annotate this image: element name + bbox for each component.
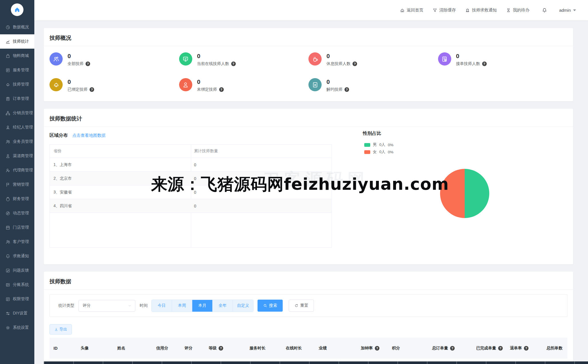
sidebar-item-9[interactable]: 渠道商管理 — [0, 149, 34, 163]
column-label: 姓名 — [117, 346, 125, 351]
stat-label: 已绑定技师 — [68, 87, 88, 92]
table-column-12: 已完成单量? — [476, 346, 503, 351]
topbar-link-1[interactable]: 清除缓存 — [433, 7, 456, 13]
table-column-2: 姓名 — [117, 346, 125, 351]
stat-label: 接单技师人数 — [456, 61, 480, 66]
time-option-1[interactable]: 本周 — [172, 300, 192, 312]
search-icon — [263, 304, 267, 308]
export-button-label: 导出 — [60, 327, 67, 332]
region-col-province: 省份 — [50, 149, 191, 154]
help-icon[interactable]: ? — [375, 346, 379, 351]
notification-bell-icon[interactable] — [542, 8, 547, 13]
help-icon[interactable]: ? — [90, 87, 94, 92]
help-icon[interactable]: ? — [353, 62, 357, 66]
topbar-link-3[interactable]: 我的待办 — [506, 7, 529, 13]
table-column-13: 退单率? — [510, 346, 528, 351]
sidebar-item-label: 问题反馈 — [13, 268, 29, 273]
overview-card: 技师概况 0全部技师?0当前在线技师人数?0休息技师人数?0接单技师人数?0已绑… — [44, 28, 573, 101]
topbar-link-2[interactable]: 技师求救通知 — [465, 7, 497, 13]
export-button[interactable]: 导出 — [50, 324, 72, 335]
help-icon[interactable]: ? — [482, 62, 487, 66]
sidebar-item-label: 客户管理 — [13, 239, 29, 244]
team-icon — [50, 52, 63, 66]
sidebar-item-20[interactable]: DIY设置 — [0, 306, 34, 321]
sidebar-item-15[interactable]: 客户管理 — [0, 235, 34, 249]
app-logo[interactable] — [11, 3, 23, 16]
sidebar-item-3[interactable]: 服务管理 — [0, 63, 34, 77]
sidebar-item-11[interactable]: 营销管理 — [0, 177, 34, 192]
column-label: 退单率 — [510, 346, 522, 351]
sidebar-item-17[interactable]: 问题反馈 — [0, 263, 34, 278]
help-icon[interactable]: ? — [498, 346, 503, 351]
legend-label: 女 — [373, 149, 377, 155]
tech-table-header: ID头像姓名信用分评分等级?服务时长在线时长业绩加钟率?积分总订单量?已完成单量… — [50, 338, 567, 359]
sidebar-item-label: 经纪人管理 — [13, 125, 33, 130]
time-option-4[interactable]: 自定义 — [233, 300, 253, 312]
sidebar-item-4[interactable]: 技师管理 — [0, 77, 34, 92]
stat-item-3: 0接单技师人数? — [438, 52, 568, 66]
sidebar-item-10[interactable]: 代理商管理 — [0, 163, 34, 177]
time-option-2[interactable]: 本月 — [192, 300, 213, 312]
map-data-link[interactable]: 点击查看地图数据 — [72, 133, 106, 138]
ledger-icon — [5, 282, 10, 287]
search-button[interactable]: 搜索 — [258, 300, 283, 312]
time-option-0[interactable]: 今日 — [152, 300, 172, 312]
sidebar-item-1[interactable]: 技师统计 — [0, 34, 34, 49]
table-column-9: 加钟率? — [361, 346, 379, 351]
help-icon[interactable]: ? — [219, 87, 224, 92]
horizontal-scrollbar[interactable] — [44, 361, 588, 364]
topbar-link-0[interactable]: 返回首页 — [400, 7, 423, 13]
reset-button[interactable]: 重置 — [289, 300, 314, 312]
region-row-1: 2、北京市0 — [50, 172, 332, 185]
sidebar-item-19[interactable]: 权限管理 — [0, 292, 34, 306]
sidebar-item-8[interactable]: 业务员管理 — [0, 134, 34, 149]
sidebar-item-7[interactable]: 经纪人管理 — [0, 120, 34, 134]
gender-title: 性别占比 — [363, 130, 381, 136]
legend-label: 男 — [373, 142, 377, 147]
sidebar-item-5[interactable]: 订单管理 — [0, 92, 34, 106]
salesman-icon — [5, 139, 10, 144]
sidebar-item-18[interactable]: 分账系统 — [0, 278, 34, 292]
customer-icon — [5, 240, 10, 244]
stat-label: 当前在线技师人数 — [197, 61, 229, 66]
help-icon[interactable]: ? — [231, 62, 236, 66]
service-list-icon — [5, 68, 10, 73]
help-icon[interactable]: ? — [86, 62, 90, 66]
feed-compass-icon — [5, 211, 10, 216]
help-icon[interactable]: ? — [219, 346, 223, 351]
sidebar-item-2[interactable]: 物料商城 — [0, 49, 34, 63]
sidebar-item-12[interactable]: 财务管理 — [0, 192, 34, 206]
sidebar-item-label: 分账系统 — [13, 282, 29, 287]
time-option-3[interactable]: 全年 — [213, 300, 233, 312]
sidebar-item-13[interactable]: 动态管理 — [0, 206, 34, 220]
help-icon[interactable]: ? — [345, 87, 349, 92]
region-row-3: 4、四川省0 — [50, 199, 332, 213]
sidebar-item-14[interactable]: 门店管理 — [0, 220, 34, 235]
legend-item-男[interactable]: 男0人0% — [364, 142, 393, 147]
sidebar-item-6[interactable]: 分销员管理 — [0, 106, 34, 120]
count-cell: 0 — [191, 204, 332, 208]
caret-down-icon — [573, 9, 576, 11]
bell-icon — [5, 254, 10, 259]
sidebar-item-0[interactable]: 数据概况 — [0, 20, 34, 34]
chevron-down-icon — [128, 304, 132, 308]
user-menu[interactable]: admin — [559, 8, 576, 13]
helmet-icon — [50, 78, 63, 91]
region-title: 区域分布 — [50, 132, 68, 139]
download-icon — [54, 328, 58, 331]
sidebar-item-label: 订单管理 — [13, 96, 29, 101]
legend-item-女[interactable]: 女0人0% — [364, 149, 393, 155]
stat-type-select[interactable]: 评分 — [78, 300, 135, 312]
stat-label: 解约技师 — [326, 87, 342, 92]
refresh-icon — [294, 304, 298, 308]
help-icon[interactable]: ? — [450, 346, 455, 351]
stat-label: 休息技师人数 — [326, 61, 351, 66]
stat-value: 0 — [68, 53, 90, 59]
sidebar-item-21[interactable]: 系统设置 — [0, 321, 34, 335]
gender-pie-chart[interactable] — [440, 169, 489, 218]
overview-title: 技师概况 — [50, 34, 71, 42]
time-label: 时间 — [140, 303, 148, 308]
help-icon[interactable]: ? — [524, 346, 528, 351]
sidebar-item-16[interactable]: 求救通知 — [0, 249, 34, 263]
sidebar-item-label: 技师管理 — [13, 82, 29, 87]
